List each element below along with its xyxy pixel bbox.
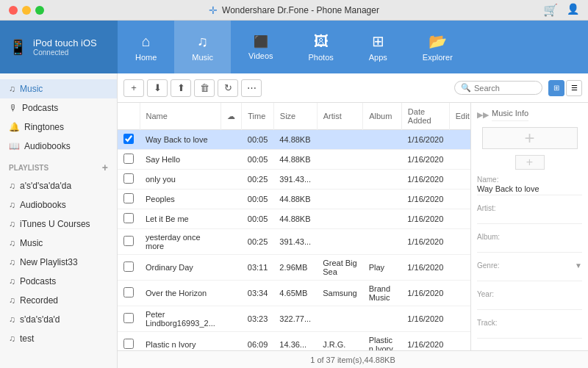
row-date: 1/16/2020 <box>401 150 449 170</box>
row-checkbox-cell[interactable] <box>118 190 140 209</box>
import-button[interactable]: ⬇ <box>147 79 168 97</box>
row-checkbox-cell[interactable] <box>118 229 140 255</box>
content-area: ♫ Music 🎙 Podcasts 🔔 Ringtones 📖 Audiobo… <box>0 73 588 368</box>
minimize-button[interactable] <box>22 6 31 15</box>
nav-videos-label: Videos <box>248 51 273 60</box>
sidebar-item-ringtones[interactable]: 🔔 Ringtones <box>0 118 117 137</box>
row-checkbox[interactable] <box>123 213 134 223</box>
row-size: 391.43... <box>273 170 317 190</box>
row-checkbox[interactable] <box>123 173 134 184</box>
row-edit <box>449 190 470 209</box>
table-row[interactable]: Way Back to love 00:05 44.88KB 1/16/2020 <box>118 130 470 150</box>
list-view-button[interactable]: ☰ <box>566 80 582 96</box>
row-checkbox-cell[interactable] <box>118 170 140 190</box>
sidebar-playlist-asdada[interactable]: ♫ a's'd'sa'da'da <box>0 176 117 195</box>
row-time: 00:25 <box>242 229 274 255</box>
nav-music[interactable]: ♫ Music <box>174 21 231 73</box>
info-year-value <box>477 299 582 310</box>
row-checkbox[interactable] <box>123 236 134 246</box>
maximize-button[interactable] <box>35 6 44 15</box>
sidebar-playlist-podcasts[interactable]: ♫ Podcasts <box>0 272 117 291</box>
playlist-label-1: Audiobooks <box>20 200 66 210</box>
grid-view-button[interactable]: ⊞ <box>548 80 564 96</box>
nav-explorer-label: Explorer <box>423 53 453 62</box>
sidebar-playlist-recorded[interactable]: ♫ Recorded <box>0 291 117 310</box>
row-checkbox[interactable] <box>123 134 134 144</box>
sidebar-playlist-sdad[interactable]: ♫ s'da's'da'd <box>0 310 117 329</box>
more-button[interactable]: ⋯ <box>241 79 262 97</box>
sidebar-item-music[interactable]: ♫ Music <box>0 79 117 98</box>
playlist-label-5: Podcasts <box>20 276 56 286</box>
row-cloud <box>221 209 242 229</box>
playlist-icon-7: ♫ <box>9 314 15 325</box>
row-edit <box>449 209 470 229</box>
col-header-cloud: ☁ <box>221 103 242 130</box>
export-icon: ⬆ <box>177 82 185 93</box>
row-album <box>363 209 402 229</box>
table-row[interactable]: Say Hello 00:05 44.88KB 1/16/2020 <box>118 150 470 170</box>
table-row[interactable]: Peter Lindborg16993_2... 03:23 322.77...… <box>118 306 470 332</box>
info-album-value <box>477 242 582 253</box>
nav-apps-label: Apps <box>369 53 387 62</box>
cart-icon[interactable]: 🛒 <box>543 3 558 17</box>
app-title: ✛ Wondershare Dr.Fone - Phone Manager <box>209 4 379 16</box>
table-row[interactable]: Over the Horizon 03:34 4.65MB Samsung Br… <box>118 281 470 306</box>
row-checkbox-cell[interactable] <box>118 332 140 351</box>
nav-apps[interactable]: ⊞ Apps <box>351 21 405 73</box>
delete-button[interactable]: 🗑 <box>194 79 215 97</box>
sidebar-playlist-itunesu[interactable]: ♫ iTunes U Courses <box>0 214 117 234</box>
sidebar-item-audiobooks[interactable]: 📖 Audiobooks <box>0 137 117 156</box>
search-input[interactable] <box>474 84 533 93</box>
row-checkbox[interactable] <box>123 313 134 323</box>
nav-explorer[interactable]: 📂 Explorer <box>405 21 470 73</box>
row-artist <box>317 150 362 170</box>
user-icon[interactable]: 👤 <box>567 3 579 17</box>
row-edit <box>449 170 470 190</box>
table-row[interactable]: Peoples 00:05 44.88KB 1/16/2020 <box>118 190 470 209</box>
table-row[interactable]: yesterday once more 00:25 391.43... 1/16… <box>118 229 470 255</box>
genre-dropdown-icon[interactable]: ▼ <box>575 261 582 270</box>
row-checkbox[interactable] <box>123 339 134 349</box>
device-status: Connected <box>33 48 97 57</box>
sidebar-item-podcasts[interactable]: 🎙 Podcasts <box>0 98 117 118</box>
row-name: Over the Horizon <box>140 281 221 306</box>
row-artist: Great Big Sea <box>317 255 362 281</box>
table-row[interactable]: Plastic n Ivory 06:09 14.36... J.R.G. Pl… <box>118 332 470 351</box>
refresh-button[interactable]: ↻ <box>218 79 238 97</box>
row-checkbox-cell[interactable] <box>118 281 140 306</box>
table-row[interactable]: Ordinary Day 03:11 2.96MB Great Big Sea … <box>118 255 470 281</box>
playlist-icon-3: ♫ <box>9 238 15 248</box>
podcast-icon: 🎙 <box>9 103 18 113</box>
row-checkbox-cell[interactable] <box>118 255 140 281</box>
row-checkbox[interactable] <box>123 193 134 203</box>
sidebar-playlist-test[interactable]: ♫ test <box>0 329 117 348</box>
row-checkbox[interactable] <box>123 154 134 164</box>
export-button[interactable]: ⬆ <box>171 79 191 97</box>
row-size: 391.43... <box>273 229 317 255</box>
row-name: Plastic n Ivory <box>140 332 221 351</box>
device-info: 📱 iPod touch iOS Connected <box>0 21 118 73</box>
row-time: 00:05 <box>242 150 274 170</box>
row-checkbox-cell[interactable] <box>118 150 140 170</box>
add-playlist-button[interactable]: + <box>102 162 108 173</box>
nav-videos[interactable]: ⬛ Videos <box>231 21 290 73</box>
close-button[interactable] <box>9 6 18 15</box>
sidebar-playlist-audiobooks[interactable]: ♫ Audiobooks <box>0 195 117 214</box>
sidebar-music-label: Music <box>20 84 43 94</box>
row-date: 1/16/2020 <box>401 332 449 351</box>
nav-photos[interactable]: 🖼 Photos <box>291 21 351 73</box>
add-track-button[interactable]: + <box>123 79 144 97</box>
nav-home[interactable]: ⌂ Home <box>118 21 174 73</box>
row-edit <box>449 332 470 351</box>
row-checkbox-cell[interactable] <box>118 130 140 150</box>
table-row[interactable]: only you 00:25 391.43... 1/16/2020 <box>118 170 470 190</box>
row-checkbox-cell[interactable] <box>118 209 140 229</box>
row-checkbox[interactable] <box>123 287 134 297</box>
sidebar-playlist-music2[interactable]: ♫ Music <box>0 234 117 253</box>
row-checkbox-cell[interactable] <box>118 306 140 332</box>
row-checkbox[interactable] <box>123 261 134 272</box>
sidebar-playlist-newplaylist[interactable]: ♫ New Playlist33 <box>0 253 117 272</box>
tracks-table: Name ☁ Time Size Artist Album Date Added… <box>118 103 470 350</box>
table-row[interactable]: Let it Be me 00:05 44.88KB 1/16/2020 <box>118 209 470 229</box>
table-body: Way Back to love 00:05 44.88KB 1/16/2020… <box>118 130 470 351</box>
